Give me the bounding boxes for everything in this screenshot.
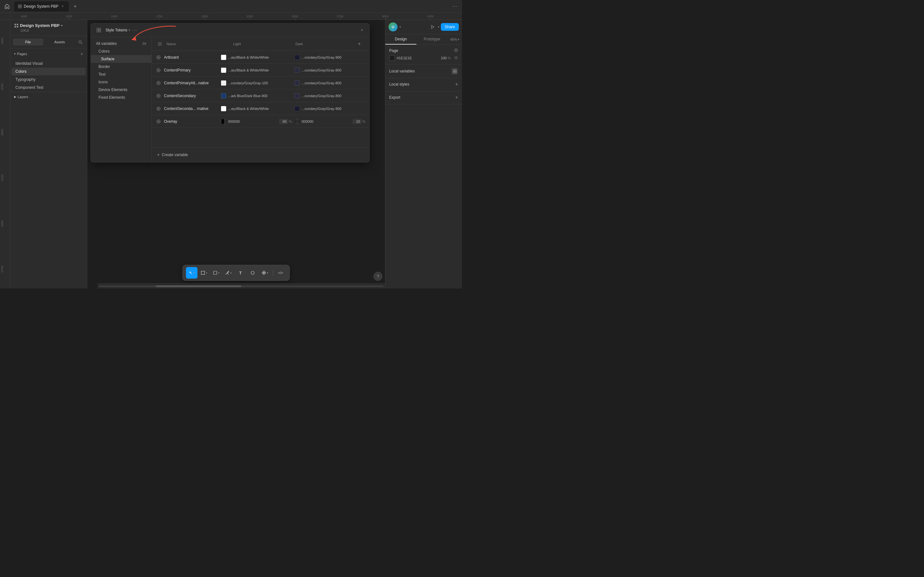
user-avatar[interactable]: U	[389, 23, 397, 31]
page-section-header: Page	[389, 48, 458, 53]
light-color-swatch	[221, 68, 226, 73]
play-dropdown-button[interactable]: ▾	[438, 25, 439, 29]
tool-dropdown-indicator: ▾	[218, 271, 220, 274]
light-color-label: ...ary/Black & White/White	[228, 55, 269, 59]
page-color-row: #1E1E1E 100 %	[389, 55, 458, 61]
local-variables-icon[interactable]	[451, 68, 458, 75]
ruler-left: -4000 -3750 -3500 -3250 -3000 -2750	[0, 20, 10, 288]
all-variables-header: All variables 34	[91, 40, 152, 47]
shape-tool[interactable]: ▾	[210, 267, 222, 279]
modal-title-dropdown[interactable]: Style Tokens ▾	[105, 28, 130, 32]
play-dropdown-icon: ▾	[438, 25, 439, 29]
variable-icon	[156, 106, 162, 111]
svg-point-8	[79, 40, 81, 43]
local-variables-label: Local variables	[389, 69, 415, 73]
ruler-left-mark: -3750	[0, 83, 4, 91]
play-button[interactable]	[428, 23, 437, 31]
dark-color-swatch	[294, 81, 300, 85]
ruler-corner	[0, 13, 10, 20]
dark-color-cell[interactable]: ...condary/Gray/Gray-800	[294, 81, 365, 85]
ruler-mark: 2250	[246, 15, 253, 19]
add-column-button[interactable]: +	[358, 41, 365, 47]
add-export-button[interactable]: +	[455, 95, 458, 100]
pen-tool[interactable]: ▾	[223, 267, 234, 279]
tab-close-button[interactable]: ×	[60, 4, 65, 9]
sidebar-header: Design System PBP ▾ UXUI	[10, 20, 87, 36]
sidebar-item-device-elements[interactable]: Device Elements	[91, 86, 152, 93]
code-tool-icon: </>	[278, 271, 283, 275]
dark-color-cell[interactable]: ...condary/Gray/Gray-900	[294, 106, 365, 111]
code-tool[interactable]: </>	[275, 267, 286, 279]
sidebar-item-fixed-elements[interactable]: Fixed Elements	[91, 93, 152, 101]
assets-tab[interactable]: Assets	[45, 39, 75, 45]
active-tab[interactable]: Design System PBP ×	[14, 1, 69, 11]
file-tab[interactable]: File	[13, 39, 43, 45]
layers-row[interactable]: ▶ Layers	[14, 94, 83, 100]
sidebar-item-text[interactable]: Text	[91, 71, 152, 78]
share-button[interactable]: Share	[441, 23, 459, 31]
add-page-button[interactable]: +	[81, 51, 83, 56]
light-color-cell[interactable]: ...ary/Black & White/White	[221, 55, 292, 60]
variable-icon	[156, 80, 162, 86]
home-button[interactable]	[3, 2, 11, 11]
dark-color-label: ...condary/Gray/Gray-900	[302, 107, 341, 111]
add-tab-button[interactable]: +	[71, 3, 79, 10]
light-opacity-field[interactable]: 60 %	[279, 119, 292, 124]
project-name[interactable]: Design System PBP	[20, 23, 60, 28]
create-variable-button[interactable]: + Create variable	[157, 151, 364, 159]
bottom-scrollbar[interactable]	[97, 284, 385, 288]
add-local-style-button[interactable]: +	[455, 81, 458, 87]
frame-tool[interactable]: ▾	[198, 267, 210, 279]
text-tool-icon: T	[239, 271, 242, 276]
dark-opacity-field[interactable]: 10 %	[352, 119, 365, 124]
page-item-colors[interactable]: Colors	[11, 68, 86, 75]
dark-color-cell[interactable]: ...condary/Gray/Gray-800	[294, 68, 365, 73]
help-button[interactable]: ?	[373, 272, 383, 281]
pages-section-header[interactable]: ▾ Pages +	[14, 50, 83, 57]
page-visibility-icon[interactable]	[454, 56, 458, 60]
component-tool[interactable]: ▾	[259, 267, 271, 279]
chevron-icon: ▾	[14, 52, 16, 55]
modal-expand-button[interactable]	[95, 26, 103, 34]
sidebar-item-colors[interactable]: Colors	[91, 47, 152, 55]
light-color-cell[interactable]: ...ark Blue/Dark Blue-900	[221, 93, 292, 98]
page-color-swatch[interactable]	[389, 55, 395, 61]
zoom-level-display[interactable]: 48% ▾	[447, 34, 462, 45]
select-tool[interactable]: ↖ ▾	[186, 267, 198, 279]
light-color-cell[interactable]: 000000 60 %	[221, 119, 292, 124]
ruler-mark: 2750	[337, 15, 343, 19]
dark-color-cell[interactable]: ...condary/Gray/Gray-800	[294, 93, 365, 98]
svg-point-49	[158, 121, 159, 122]
sidebar-item-surface[interactable]: Surface	[91, 55, 152, 63]
page-opacity-field[interactable]: 100 %	[441, 56, 451, 60]
tab-prototype[interactable]: Prototype	[417, 34, 447, 45]
modal-more-button[interactable]: ···	[133, 27, 137, 33]
more-options-button[interactable]: ···	[451, 2, 459, 11]
light-color-cell[interactable]: ...ary/Black & White/White	[221, 106, 292, 111]
modal-sidebar: All variables 34 Colors Surface Border T…	[91, 37, 152, 162]
sidebar-item-icons[interactable]: Icons	[91, 78, 152, 86]
text-tool[interactable]: T	[235, 267, 246, 279]
scrollbar-thumb[interactable]	[156, 285, 241, 287]
page-settings-icon[interactable]	[454, 48, 458, 53]
page-item-identidad[interactable]: Identidad Visual	[11, 60, 86, 67]
svg-point-60	[251, 271, 254, 274]
search-button[interactable]	[76, 38, 84, 46]
light-color-cell[interactable]: ...ary/Black & White/White	[221, 68, 292, 73]
pages-section: ▾ Pages +	[10, 48, 87, 59]
column-header-dark: Dark	[296, 42, 355, 46]
dark-color-cell[interactable]: ...condary/Gray/Gray-900	[294, 55, 365, 60]
sidebar-item-border[interactable]: Border	[91, 63, 152, 71]
ellipse-tool[interactable]	[247, 267, 258, 279]
tab-design[interactable]: Design	[385, 34, 417, 45]
dark-color-cell[interactable]: 000000 10 %	[294, 119, 365, 124]
modal-close-button[interactable]: ×	[359, 27, 365, 34]
light-color-label: ...condary/Gray/Gray-100	[228, 81, 268, 85]
page-item-typography[interactable]: Typography	[11, 76, 86, 83]
light-color-cell[interactable]: ...condary/Gray/Gray-100	[221, 81, 292, 85]
table-expand-button[interactable]	[156, 40, 164, 48]
page-opacity-pct: %	[447, 56, 451, 60]
dark-color-swatch	[294, 93, 300, 98]
canvas-area[interactable]: Style Tokens ▾ ··· × All variables 34 Co…	[87, 20, 385, 288]
page-item-component-test[interactable]: Component Test	[11, 84, 86, 91]
